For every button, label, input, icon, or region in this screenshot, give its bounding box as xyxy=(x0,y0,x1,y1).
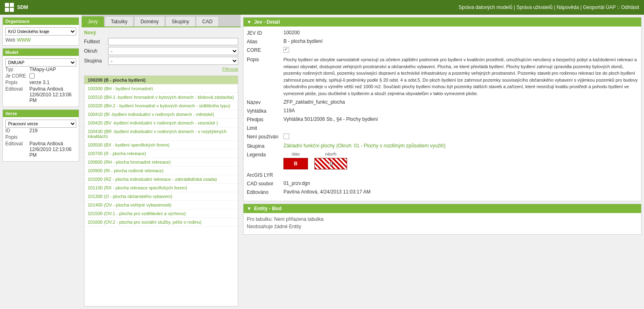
nazev-value: ZFP_zakladni_funkc_plocha xyxy=(283,99,638,105)
right-panel: ▼ Jev - Detail JEV ID 100200 Alias B - p… xyxy=(241,15,644,309)
verze-section: Verze Pracovní verze ID 219 Popis Editov… xyxy=(2,109,79,162)
skupina-label: Skupina xyxy=(84,58,106,64)
middle-content: Nový Fulltext Okruh - Skupina - xyxy=(82,27,241,309)
list-item[interactable]: 100310 (BH.1 -bydlení hromadné v bytovýc… xyxy=(84,93,238,102)
id-row: ID 219 xyxy=(5,128,76,133)
list-item[interactable]: 100430 (BR -bydlení individuální v rodin… xyxy=(84,127,238,141)
organization-section: Organizace KrÚ Ústeckého kraje Web WWW xyxy=(2,17,79,46)
core-checkbox xyxy=(283,47,289,53)
list-item[interactable]: 101300 (O - plocha občanského vybavení) xyxy=(84,192,238,201)
legend-area: stav B návrh B xyxy=(283,151,347,169)
list-item[interactable]: 100300 (BH - bydlení hromadné) xyxy=(84,84,238,93)
entity-title: Entity - Bod xyxy=(254,206,281,211)
okruh-select[interactable]: - xyxy=(108,47,238,55)
grid-icon xyxy=(5,3,14,12)
entity-pro-tabulku: Pro tabulku: Není přiřazena tabulka xyxy=(247,216,638,222)
skupina-select[interactable]: - xyxy=(108,57,238,65)
popis2-label: Popis xyxy=(5,134,28,140)
list-item[interactable]: 101100 (RX - plocha rekreace specifickýc… xyxy=(84,184,238,192)
model-select[interactable]: DMUAP xyxy=(5,58,76,67)
jev-id-row: JEV ID 100200 xyxy=(247,30,638,36)
skupina-row: Skupina - xyxy=(84,57,238,65)
list-item[interactable]: 100410 (BI -bydlení individuální v rodin… xyxy=(84,110,238,119)
arcgis-row: ArcGIS LYR xyxy=(247,172,638,178)
organization-content: KrÚ Ústeckého kraje Web WWW xyxy=(3,25,79,45)
list-item[interactable]: 100900 (RI - plocha rodinné rekreace) xyxy=(84,167,238,175)
organization-title: Organizace xyxy=(3,18,79,25)
web-label: Web xyxy=(5,37,15,43)
predpis-label: Předpis xyxy=(247,116,283,122)
editoval2-row: Editoval Pavlína Antlová 12/6/2010 12:13… xyxy=(5,141,76,158)
model-title: Model xyxy=(3,49,79,56)
main-layout: Organizace KrÚ Ústeckého kraje Web WWW M… xyxy=(0,15,644,309)
list-item[interactable]: 101000 (RZ - plocha individuální rekreac… xyxy=(84,175,238,184)
typ-label: Typ xyxy=(5,67,28,72)
tab-cad[interactable]: CAD xyxy=(196,16,219,27)
vyhlaska-label: Vyhláška xyxy=(247,108,283,114)
list-item[interactable]: 100320 (BH.2 - bydlení hromadné v bytový… xyxy=(84,102,238,110)
tab-domeny[interactable]: Domény xyxy=(134,16,165,27)
filter-button[interactable]: Filtrovat xyxy=(222,67,238,71)
list-item[interactable]: 101500 (OV.1 - plocha pro vzdělávání a v… xyxy=(84,209,238,218)
id-label: ID xyxy=(5,128,28,133)
nazev-row: Název ZFP_zakladni_funkc_plocha xyxy=(247,99,638,105)
verze-select[interactable]: Pracovní verze xyxy=(5,120,76,128)
list-item[interactable]: 100420 (BV -bydlení individuální v rodin… xyxy=(84,119,238,127)
legend-navrh-text: B xyxy=(329,161,333,167)
verze-content: Pracovní verze ID 219 Popis Editoval Pav… xyxy=(3,117,79,161)
cad-row: CAD soubor 01_przv.dgn xyxy=(247,180,638,187)
legend-stav-text: B xyxy=(294,161,298,167)
legend-navrh-swatch: B xyxy=(314,158,347,169)
fulltext-input[interactable] xyxy=(108,38,238,45)
list-item[interactable]: 100500 (BX - bydlení specifických forem) xyxy=(84,141,238,149)
popis-detail-row: Popis Plochy bydlení se obvykle samostat… xyxy=(247,56,638,97)
okruh-label: Okruh xyxy=(84,48,106,54)
model-section: Model DMUAP Typ TMapy-UAP Je CORE Popis … xyxy=(2,48,79,107)
collapse-icon[interactable]: ▼ xyxy=(247,19,252,25)
okruh-row: Okruh - xyxy=(84,47,238,55)
jev-id-label: JEV ID xyxy=(247,30,283,36)
legend-stav-label: stav xyxy=(292,151,300,156)
verze-title: Verze xyxy=(3,110,79,117)
neni-pouzivan-value xyxy=(283,133,638,140)
popis-detail-value: Plochy bydlení se obvykle samostatně vym… xyxy=(283,56,638,97)
entity-content: Pro tabulku: Není přiřazena tabulka Neob… xyxy=(243,213,641,234)
middle-panel: Jevy Tabulky Domény Skupiny CAD Nový Ful… xyxy=(82,15,241,309)
limit-row: Limit xyxy=(247,125,638,131)
jevy-list: 100200 (B - plocha bydlení)100300 (BH - … xyxy=(84,76,238,307)
logo: SDM xyxy=(5,3,28,12)
editoval2-label: Editoval xyxy=(5,141,28,158)
search-form: Fulltext Okruh - Skupina - Filtrovat xyxy=(84,38,238,73)
popis-row: Popis verze 3.1 xyxy=(5,80,76,85)
logo-text: SDM xyxy=(17,4,28,10)
tab-skupiny[interactable]: Skupiny xyxy=(166,16,195,27)
tabs-bar: Jevy Tabulky Domény Skupiny CAD xyxy=(82,15,241,27)
detail-content: JEV ID 100200 Alias B - plocha bydlení C… xyxy=(243,27,641,201)
list-item[interactable]: 100800 (RH - plocha hromadné rekreace) xyxy=(84,158,238,167)
legend-stav-swatch: B xyxy=(283,158,308,169)
tab-tabulky[interactable]: Tabulky xyxy=(105,16,134,27)
web-link[interactable]: WWW xyxy=(17,37,31,43)
typ-row: Typ TMapy-UAP xyxy=(5,67,76,72)
fulltext-label: Fulltext xyxy=(84,39,106,44)
predpis-value: Vyhláška 501/2006 Sb., §4 - Plochy bydle… xyxy=(283,116,638,122)
model-content: DMUAP Typ TMapy-UAP Je CORE Popis verze … xyxy=(3,56,79,107)
nav-links: Správa datových modelů | Správa uživatel… xyxy=(458,4,639,10)
neni-pouzivan-row: Není používán xyxy=(247,133,638,140)
je-core-checkbox[interactable] xyxy=(29,73,35,79)
cad-value: 01_przv.dgn xyxy=(283,180,638,186)
neni-pouzivan-label: Není používán xyxy=(247,133,283,140)
entity-collapse-icon[interactable]: ▼ xyxy=(247,206,252,211)
organization-select[interactable]: KrÚ Ústeckého kraje xyxy=(5,27,76,36)
list-item[interactable]: 101600 (OV.2 - plocha pro sociální služb… xyxy=(84,218,238,227)
skupina-detail-value[interactable]: Základní funkční plochy (Okruh: 01 - Plo… xyxy=(283,143,638,149)
je-core-row: Je CORE xyxy=(5,73,76,79)
editovano-row: Editováno Pavlína Antlová, 4/24/2013 11:… xyxy=(247,189,638,195)
list-item[interactable]: 100200 (B - plocha bydlení) xyxy=(84,76,238,84)
predpis-row: Předpis Vyhláška 501/2006 Sb., §4 - Ploc… xyxy=(247,116,638,122)
entity-section: ▼ Entity - Bod Pro tabulku: Není přiřaze… xyxy=(243,204,642,235)
popis-detail-label: Popis xyxy=(247,56,283,62)
tab-jevy[interactable]: Jevy xyxy=(82,16,104,27)
list-item[interactable]: 100700 (R - plocha rekreace) xyxy=(84,149,238,158)
list-item[interactable]: 101400 (OV - plocha veřejné vybavenosti) xyxy=(84,201,238,209)
